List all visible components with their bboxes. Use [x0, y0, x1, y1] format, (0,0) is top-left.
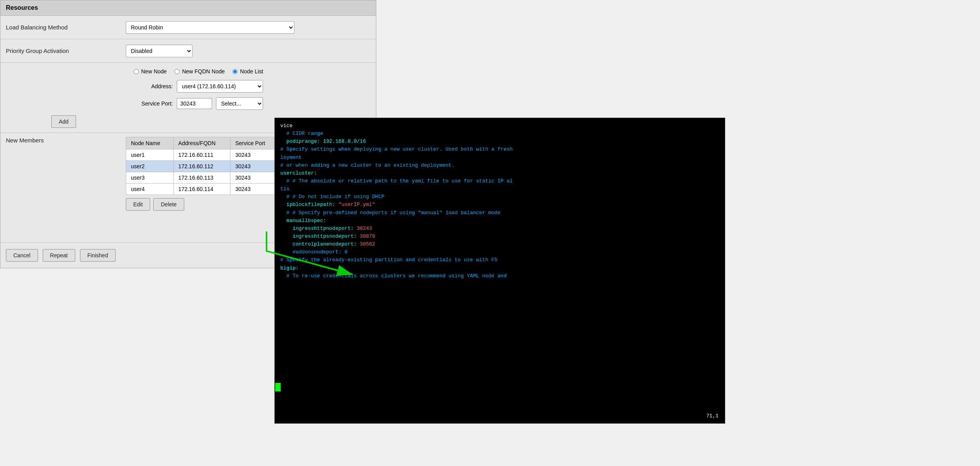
repeat-button[interactable]: Repeat — [43, 249, 75, 262]
term-line-20: # To re-use credentials across clusters … — [280, 272, 719, 280]
term-line-13: manuallbspec: — [280, 217, 719, 225]
term-line-15: ingresshttpsnodeport: 30879 — [280, 233, 719, 240]
priority-group-row: Priority Group Activation Disabled — [0, 39, 376, 63]
load-balancing-control: Round Robin — [122, 17, 376, 38]
service-port-select[interactable]: Select... — [216, 97, 263, 110]
terminal-panel: vice # CIDR range podiprange: 192.168.0.… — [274, 118, 725, 424]
term-line-7: usercluster: — [280, 169, 719, 177]
new-node-radio-label[interactable]: New Node — [134, 68, 167, 75]
edit-button[interactable]: Edit — [126, 198, 150, 211]
table-row[interactable]: user3 172.16.60.113 30243 — [126, 172, 279, 184]
priority-group-select[interactable]: Disabled — [126, 45, 192, 57]
term-line-6: # or when adding a new cluster to an exi… — [280, 162, 719, 169]
service-port-input[interactable] — [177, 98, 212, 109]
term-line-16: controlplanenodeport: 30562 — [280, 240, 719, 248]
term-line-10: # # Do not include if using DHCP — [280, 193, 719, 201]
cell-address: 172.16.60.114 — [173, 184, 230, 195]
finished-button[interactable]: Finished — [80, 249, 116, 262]
term-line-3: podiprange: 192.168.0.0/16 — [280, 138, 719, 146]
cell-address: 172.16.60.113 — [173, 172, 230, 184]
term-line-17: #addonsnodeport: 0 — [280, 248, 719, 256]
load-balancing-select[interactable]: Round Robin — [126, 21, 294, 34]
priority-group-label: Priority Group Activation — [0, 44, 122, 58]
col-address: Address/FQDN — [173, 137, 230, 149]
term-line-4: # Specify settings when deploying a new … — [280, 146, 719, 153]
node-list-label: Node List — [240, 68, 263, 75]
green-indicator — [275, 383, 281, 391]
term-line-18: # Specify the already-existing partition… — [280, 256, 719, 264]
term-line-11: ipblockfilepath: "userIP.yml" — [280, 201, 719, 209]
new-members-label: New Members — [0, 133, 122, 147]
col-service-port: Service Port — [230, 137, 279, 149]
cell-address: 172.16.60.111 — [173, 149, 230, 161]
node-type-row: New Node New FQDN Node Node List — [0, 63, 376, 78]
node-list-radio[interactable] — [232, 69, 238, 74]
cell-address: 172.16.60.112 — [173, 161, 230, 172]
term-line-2: # CIDR range — [280, 130, 719, 138]
delete-button[interactable]: Delete — [153, 198, 184, 211]
priority-group-control: Disabled — [122, 41, 376, 61]
new-node-radio[interactable] — [134, 69, 139, 74]
node-list-radio-label[interactable]: Node List — [232, 68, 263, 75]
term-line-8: # # The absolute or relative path to the… — [280, 177, 719, 185]
term-line-12: # # Specify pre-defined nodeports if usi… — [280, 209, 719, 217]
members-table: Node Name Address/FQDN Service Port user… — [126, 137, 279, 195]
service-port-row: Service Port: Select... — [0, 95, 376, 112]
new-fqdn-radio[interactable] — [174, 69, 180, 74]
load-balancing-label: Load Balancing Method — [0, 20, 122, 35]
term-line-19: bigip: — [280, 264, 719, 272]
new-node-label: New Node — [141, 68, 167, 75]
address-label: Address: — [130, 83, 173, 89]
term-line-5: loyment — [280, 154, 719, 162]
term-line-9: tis — [280, 185, 719, 193]
term-line-1: vice — [280, 122, 719, 130]
cell-name: user1 — [126, 149, 174, 161]
cell-port: 30243 — [230, 172, 279, 184]
new-fqdn-radio-label[interactable]: New FQDN Node — [174, 68, 225, 75]
table-row[interactable]: user2 172.16.60.112 30243 — [126, 161, 279, 172]
term-line-14: ingresshttpnodeport: 30243 — [280, 225, 719, 233]
new-fqdn-label: New FQDN Node — [182, 68, 225, 75]
cell-name: user2 — [126, 161, 174, 172]
service-port-label: Service Port: — [130, 100, 173, 107]
cell-port: 30243 — [230, 184, 279, 195]
address-row: Address: user4 (172.16.60.114) — [0, 78, 376, 95]
load-balancing-row: Load Balancing Method Round Robin — [0, 16, 376, 39]
table-row[interactable]: user1 172.16.60.111 30243 — [126, 149, 279, 161]
table-row[interactable]: user4 172.16.60.114 30243 — [126, 184, 279, 195]
terminal-footer: 71,1 — [706, 412, 719, 420]
cell-name: user4 — [126, 184, 174, 195]
panel-title: Resources — [0, 0, 376, 16]
cell-port: 30243 — [230, 149, 279, 161]
col-node-name: Node Name — [126, 137, 174, 149]
cell-name: user3 — [126, 172, 174, 184]
address-select[interactable]: user4 (172.16.60.114) — [177, 80, 263, 93]
cancel-button[interactable]: Cancel — [6, 249, 38, 262]
cell-port: 30243 — [230, 161, 279, 172]
add-button[interactable]: Add — [51, 115, 76, 128]
